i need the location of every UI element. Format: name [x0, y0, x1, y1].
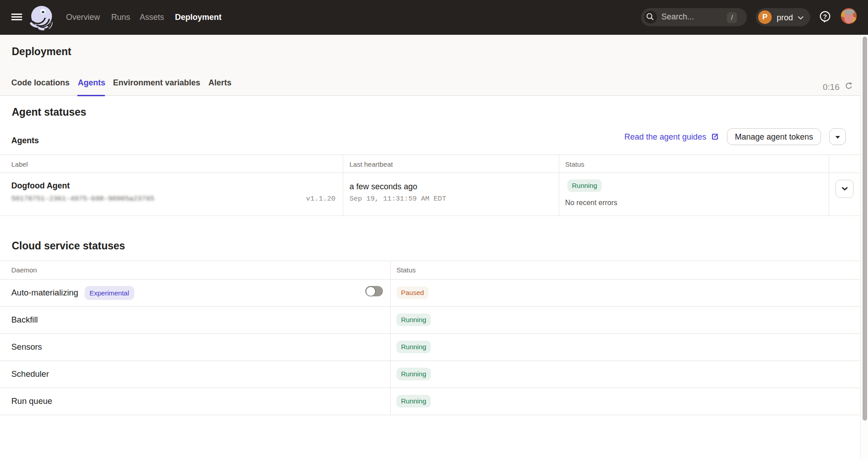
- svg-text:?: ?: [823, 13, 827, 20]
